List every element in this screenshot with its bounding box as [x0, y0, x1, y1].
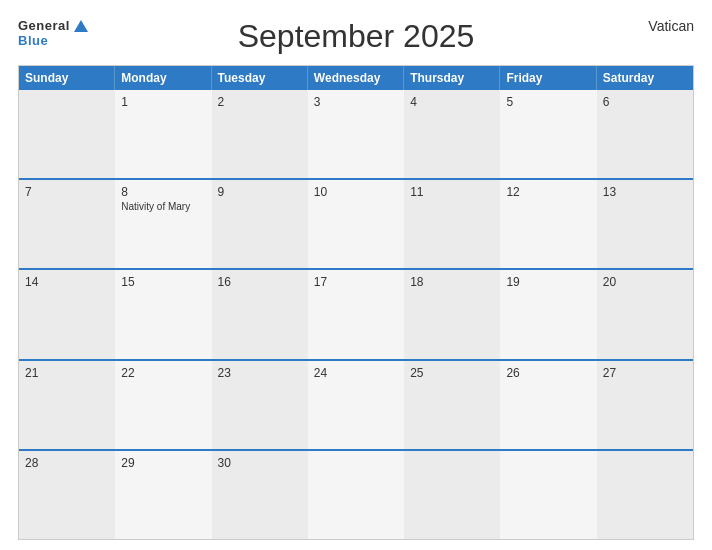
day-headers: SundayMondayTuesdayWednesdayThursdayFrid… — [19, 66, 693, 90]
logo-triangle-icon — [74, 20, 88, 32]
day-cell: 4 — [404, 90, 500, 178]
day-number: 3 — [314, 95, 398, 109]
day-cell: 11 — [404, 180, 500, 268]
day-cell: 13 — [597, 180, 693, 268]
logo: General Blue — [18, 18, 88, 48]
day-cell: 12 — [500, 180, 596, 268]
day-cell: 8Nativity of Mary — [115, 180, 211, 268]
day-number: 7 — [25, 185, 109, 199]
day-number: 5 — [506, 95, 590, 109]
day-cell — [19, 90, 115, 178]
day-number: 19 — [506, 275, 590, 289]
day-header-saturday: Saturday — [597, 66, 693, 90]
day-number: 27 — [603, 366, 687, 380]
day-number: 23 — [218, 366, 302, 380]
month-title: September 2025 — [238, 18, 475, 55]
day-cell: 6 — [597, 90, 693, 178]
day-number: 20 — [603, 275, 687, 289]
day-cell: 1 — [115, 90, 211, 178]
day-cell: 14 — [19, 270, 115, 358]
day-cell — [308, 451, 404, 539]
logo-blue-text: Blue — [18, 33, 48, 48]
day-cell: 21 — [19, 361, 115, 449]
day-number: 1 — [121, 95, 205, 109]
day-number: 17 — [314, 275, 398, 289]
day-cell: 16 — [212, 270, 308, 358]
day-cell: 18 — [404, 270, 500, 358]
day-number: 30 — [218, 456, 302, 470]
day-number: 14 — [25, 275, 109, 289]
day-cell: 27 — [597, 361, 693, 449]
header: General Blue September 2025 Vatican — [18, 18, 694, 55]
day-number: 12 — [506, 185, 590, 199]
day-number: 18 — [410, 275, 494, 289]
day-number: 22 — [121, 366, 205, 380]
day-cell: 22 — [115, 361, 211, 449]
day-cell: 3 — [308, 90, 404, 178]
week-row-3: 14151617181920 — [19, 268, 693, 358]
day-number: 28 — [25, 456, 109, 470]
day-header-sunday: Sunday — [19, 66, 115, 90]
day-number: 8 — [121, 185, 205, 199]
week-row-5: 282930 — [19, 449, 693, 539]
day-cell: 30 — [212, 451, 308, 539]
day-event: Nativity of Mary — [121, 201, 205, 212]
day-cell: 25 — [404, 361, 500, 449]
day-cell: 29 — [115, 451, 211, 539]
day-number: 21 — [25, 366, 109, 380]
country-label: Vatican — [648, 18, 694, 34]
week-row-1: 123456 — [19, 90, 693, 178]
day-cell: 17 — [308, 270, 404, 358]
day-cell: 26 — [500, 361, 596, 449]
day-number: 6 — [603, 95, 687, 109]
day-cell: 15 — [115, 270, 211, 358]
day-cell: 9 — [212, 180, 308, 268]
day-cell: 23 — [212, 361, 308, 449]
day-number: 11 — [410, 185, 494, 199]
logo-general-text: General — [18, 18, 70, 33]
day-cell: 24 — [308, 361, 404, 449]
weeks: 12345678Nativity of Mary9101112131415161… — [19, 90, 693, 539]
day-number: 15 — [121, 275, 205, 289]
day-cell: 20 — [597, 270, 693, 358]
calendar: SundayMondayTuesdayWednesdayThursdayFrid… — [18, 65, 694, 540]
day-header-friday: Friday — [500, 66, 596, 90]
day-cell: 2 — [212, 90, 308, 178]
page: General Blue September 2025 Vatican Sund… — [0, 0, 712, 550]
day-number: 16 — [218, 275, 302, 289]
day-header-thursday: Thursday — [404, 66, 500, 90]
day-number: 29 — [121, 456, 205, 470]
day-cell: 28 — [19, 451, 115, 539]
day-header-wednesday: Wednesday — [308, 66, 404, 90]
day-number: 24 — [314, 366, 398, 380]
day-cell — [404, 451, 500, 539]
day-number: 26 — [506, 366, 590, 380]
day-cell: 10 — [308, 180, 404, 268]
day-cell — [597, 451, 693, 539]
logo-line-1: General — [18, 18, 88, 33]
day-cell: 7 — [19, 180, 115, 268]
day-cell: 19 — [500, 270, 596, 358]
day-number: 2 — [218, 95, 302, 109]
week-row-2: 78Nativity of Mary910111213 — [19, 178, 693, 268]
day-number: 13 — [603, 185, 687, 199]
day-header-tuesday: Tuesday — [212, 66, 308, 90]
day-number: 4 — [410, 95, 494, 109]
day-header-monday: Monday — [115, 66, 211, 90]
day-number: 25 — [410, 366, 494, 380]
day-number: 10 — [314, 185, 398, 199]
week-row-4: 21222324252627 — [19, 359, 693, 449]
day-cell: 5 — [500, 90, 596, 178]
day-cell — [500, 451, 596, 539]
day-number: 9 — [218, 185, 302, 199]
